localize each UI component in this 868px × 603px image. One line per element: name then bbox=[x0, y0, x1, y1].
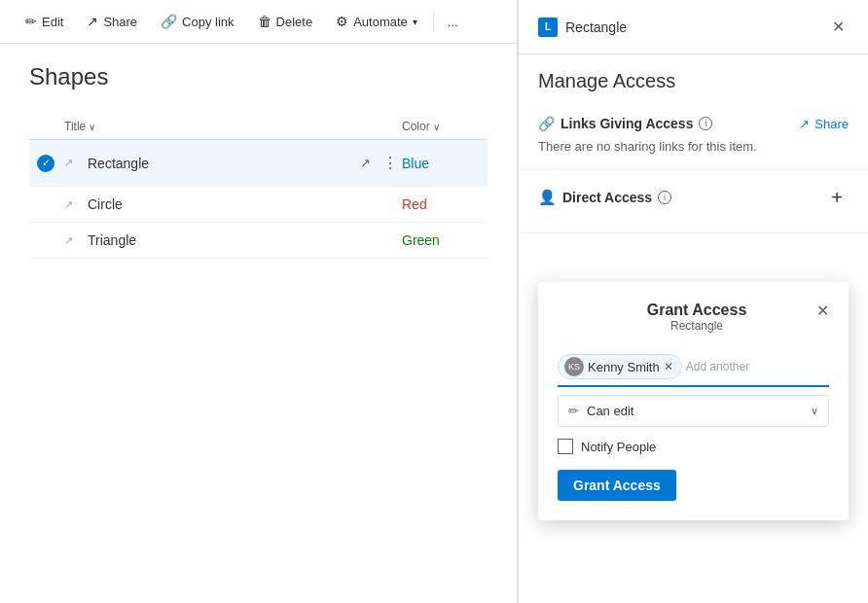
people-input-area[interactable]: KS Kenny Smith ✕ Add another bbox=[558, 348, 829, 387]
links-share-button[interactable]: ↗ Share bbox=[799, 117, 849, 131]
column-title-header: Title ∨ bbox=[64, 120, 402, 133]
remove-person-button[interactable]: ✕ bbox=[664, 361, 673, 372]
links-title-row: 🔗 Links Giving Access i bbox=[538, 116, 712, 131]
links-section-title: Links Giving Access bbox=[561, 116, 693, 131]
row-color-triangle: Green bbox=[402, 232, 480, 248]
grant-access-popup: Grant Access Rectangle ✕ KS Kenny Smith … bbox=[538, 282, 849, 520]
add-direct-access-button[interactable]: + bbox=[825, 186, 849, 209]
row-title-triangle: Triangle bbox=[88, 232, 402, 248]
links-giving-access-section: 🔗 Links Giving Access i ↗ Share There ar… bbox=[519, 100, 868, 170]
direct-access-title: Direct Access bbox=[562, 190, 652, 205]
manage-access-title: Manage Access bbox=[519, 54, 868, 100]
delete-button[interactable]: 🗑 Delete bbox=[248, 8, 323, 35]
avatar-kenny: KS bbox=[564, 357, 584, 376]
column-color-header: Color ∨ bbox=[402, 120, 480, 133]
list-item[interactable]: ↗ Circle Red bbox=[29, 187, 488, 223]
row-color-circle: Red bbox=[402, 196, 480, 212]
links-info-icon[interactable]: i bbox=[699, 117, 712, 130]
automate-icon: ⚙ bbox=[336, 14, 348, 29]
copy-link-button[interactable]: 🔗 Copy link bbox=[151, 8, 243, 35]
notify-checkbox[interactable] bbox=[558, 439, 573, 454]
row-more-button[interactable]: ⋮ bbox=[379, 150, 402, 176]
chevron-down-icon: ▾ bbox=[413, 17, 417, 27]
share-icon: ↗ bbox=[799, 117, 810, 131]
close-icon: ✕ bbox=[816, 302, 829, 319]
popup-title: Grant Access bbox=[577, 302, 816, 319]
close-icon: ✕ bbox=[832, 18, 845, 35]
direct-access-section: 👤 Direct Access i + bbox=[519, 170, 868, 233]
page-content: Shapes Title ∨ Color ∨ ✓ ↗ Rectangle ↗ ⋮ bbox=[0, 44, 517, 603]
delete-icon: 🗑 bbox=[258, 14, 271, 29]
person-name-kenny: Kenny Smith bbox=[588, 360, 660, 374]
add-another-placeholder: Add another bbox=[686, 360, 749, 373]
row-share-button[interactable]: ↗ bbox=[356, 152, 375, 174]
link-icon: 🔗 bbox=[161, 14, 177, 29]
person-icon: 👤 bbox=[538, 189, 557, 206]
color-sort-icon: ∨ bbox=[433, 122, 440, 132]
direct-access-header: 👤 Direct Access i + bbox=[538, 186, 849, 209]
popup-header: Grant Access Rectangle ✕ bbox=[558, 302, 829, 333]
person-tag-kenny: KS Kenny Smith ✕ bbox=[558, 354, 682, 379]
popup-subtitle: Rectangle bbox=[577, 319, 816, 333]
row-color-rectangle: Blue bbox=[402, 156, 480, 171]
file-icon: L bbox=[538, 18, 558, 37]
automate-button[interactable]: ⚙ Automate ▾ bbox=[326, 8, 427, 35]
share-button[interactable]: ↗ Share bbox=[77, 8, 147, 35]
row-title-circle: Circle bbox=[88, 196, 402, 212]
direct-access-info-icon[interactable]: i bbox=[658, 191, 671, 204]
share-icon: ↗ bbox=[87, 14, 98, 29]
right-panel: L Rectangle ✕ Manage Access 🔗 Links Givi… bbox=[518, 0, 868, 603]
no-links-text: There are no sharing links for this item… bbox=[538, 139, 849, 154]
item-icon-circle: ↗ bbox=[64, 198, 84, 211]
page-title: Shapes bbox=[29, 63, 488, 90]
edit-button[interactable]: ✏ Edit bbox=[16, 8, 73, 35]
list-header: Title ∨ Color ∨ bbox=[29, 114, 488, 140]
title-sort-icon: ∨ bbox=[89, 122, 95, 132]
row-check-rectangle: ✓ bbox=[37, 155, 64, 172]
links-section-header: 🔗 Links Giving Access i ↗ Share bbox=[538, 116, 849, 131]
list-item[interactable]: ↗ Triangle Green bbox=[29, 223, 488, 259]
chevron-down-icon: ∨ bbox=[811, 405, 818, 417]
panel-title-row: L Rectangle bbox=[538, 18, 627, 37]
more-button[interactable]: ... bbox=[440, 9, 466, 35]
panel-close-button[interactable]: ✕ bbox=[828, 14, 849, 40]
check-circle-icon: ✓ bbox=[37, 155, 54, 172]
list-item[interactable]: ✓ ↗ Rectangle ↗ ⋮ Blue bbox=[29, 140, 488, 187]
notify-row: Notify People bbox=[558, 439, 829, 454]
direct-access-title-row: 👤 Direct Access i bbox=[538, 189, 671, 206]
edit-permission-icon: ✏ bbox=[568, 404, 579, 418]
panel-file-name: Rectangle bbox=[565, 19, 627, 35]
toolbar: ✏ Edit ↗ Share 🔗 Copy link 🗑 Delete ⚙ Au… bbox=[0, 0, 517, 44]
row-title-rectangle: Rectangle bbox=[88, 156, 356, 171]
panel-header: L Rectangle ✕ bbox=[519, 0, 868, 54]
left-panel: ✏ Edit ↗ Share 🔗 Copy link 🗑 Delete ⚙ Au… bbox=[0, 0, 518, 603]
popup-title-group: Grant Access Rectangle bbox=[577, 302, 816, 333]
link-chain-icon: 🔗 bbox=[538, 116, 555, 131]
permission-left: ✏ Can edit bbox=[568, 404, 633, 418]
item-icon-rectangle: ↗ bbox=[64, 157, 84, 169]
notify-label: Notify People bbox=[581, 440, 656, 454]
item-icon-triangle: ↗ bbox=[64, 234, 84, 247]
permission-select[interactable]: ✏ Can edit ∨ bbox=[558, 395, 829, 427]
permission-text: Can edit bbox=[587, 404, 633, 418]
popup-close-button[interactable]: ✕ bbox=[816, 302, 829, 320]
row-actions-rectangle: ↗ ⋮ bbox=[356, 150, 402, 176]
edit-icon: ✏ bbox=[25, 14, 37, 29]
grant-access-button[interactable]: Grant Access bbox=[558, 470, 676, 501]
toolbar-separator bbox=[433, 12, 434, 31]
